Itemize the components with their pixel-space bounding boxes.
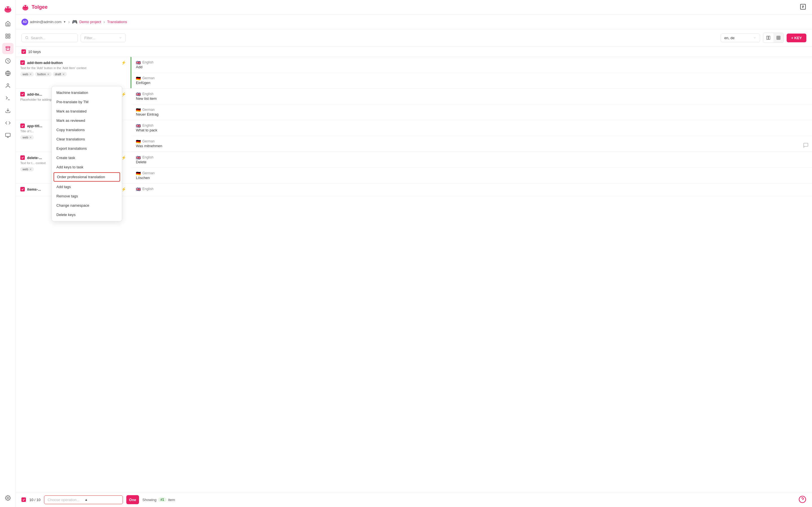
view-toggle-columns[interactable] (763, 33, 773, 43)
sidebar-item-code[interactable] (2, 117, 13, 128)
menu-item-remove-tags[interactable]: Remove tags (52, 191, 122, 201)
showing-text: Showing #1 item (142, 497, 175, 502)
tag-remove-draft[interactable]: ✕ (62, 73, 65, 76)
lang-name-de: German (142, 108, 155, 112)
row-checkbox[interactable] (20, 60, 25, 65)
svg-point-17 (7, 497, 8, 499)
key-right-panel: English What to pack German Was mitnehme… (131, 120, 812, 152)
translation-text-en: What to pack (136, 128, 157, 132)
key-left-panel: add-item-add-button ⚡ Text for the 'Add'… (16, 57, 131, 88)
showing-label: Showing (142, 498, 157, 502)
search-input[interactable] (31, 36, 74, 40)
tag-remove-button[interactable]: ✕ (47, 73, 49, 76)
search-box[interactable] (21, 34, 78, 42)
operation-select[interactable]: Choose operation... ▲ (44, 496, 123, 504)
add-key-button[interactable]: + KEY (787, 34, 806, 42)
key-right-panel: English Delete German Löschen (131, 152, 812, 183)
flag-en-icon (136, 60, 141, 65)
menu-item-mark-translated[interactable]: Mark as translated (52, 107, 122, 116)
svg-point-19 (23, 5, 27, 8)
breadcrumb-admin-label: admin@admin.com (30, 20, 61, 24)
lang-name-en: English (142, 123, 153, 127)
breadcrumb-current: Translations (107, 20, 127, 24)
tag-remove-web[interactable]: ✕ (29, 168, 32, 171)
menu-item-delete-keys[interactable]: Delete keys (52, 210, 122, 219)
translation-text-de: Neuer Eintrag (136, 112, 159, 116)
key-name: items-... (27, 187, 41, 191)
breadcrumb-admin[interactable]: AD admin@admin.com ▼ (21, 19, 66, 25)
menu-item-clear-translations[interactable]: Clear translations (52, 134, 122, 144)
key-description: Text for the 'Add' button in the 'Add It… (20, 66, 126, 70)
translation-german: German Was mitnehmen (131, 136, 812, 152)
menu-item-add-keys-task[interactable]: Add keys to task (52, 162, 122, 172)
table-row: add-ite... ⚡ Placeholder for adding a...… (16, 89, 812, 120)
key-tag-web: web ✕ (20, 135, 34, 139)
logo[interactable] (2, 3, 13, 15)
menu-item-create-task[interactable]: Create task (52, 153, 122, 162)
sidebar-item-users[interactable] (2, 80, 13, 91)
breadcrumb: AD admin@admin.com ▼ › 🎮 Demo project › … (21, 19, 127, 25)
page-button[interactable]: One (126, 495, 139, 504)
menu-item-export-translations[interactable]: Export translations (52, 144, 122, 153)
sidebar-item-tasks[interactable] (2, 55, 13, 66)
key-name: delete-... (27, 156, 42, 160)
project-emoji-icon: 🎮 (72, 19, 77, 24)
language-select[interactable]: en, de (721, 34, 760, 42)
sidebar (0, 0, 16, 507)
sidebar-item-dashboard[interactable] (2, 31, 13, 42)
view-toggle-table[interactable] (773, 33, 784, 43)
sidebar-item-integrations[interactable] (2, 93, 13, 104)
sidebar-item-translations[interactable] (2, 43, 13, 54)
key-tag-draft: draft ✕ (53, 72, 67, 76)
svg-rect-6 (8, 37, 10, 38)
sidebar-item-globe[interactable] (2, 68, 13, 79)
breadcrumb-project[interactable]: 🎮 Demo project (72, 19, 101, 24)
svg-point-21 (26, 5, 27, 6)
translation-german: German Neuer Eintrag (131, 104, 812, 120)
bottom-select-all-checkbox[interactable] (21, 497, 26, 502)
sidebar-item-home[interactable] (2, 18, 13, 29)
row-checkbox[interactable] (20, 187, 25, 191)
sidebar-item-import[interactable] (2, 105, 13, 116)
flag-de-icon (136, 139, 141, 144)
lang-name-de: German (142, 76, 155, 80)
menu-item-copy-translations[interactable]: Copy translations (52, 125, 122, 134)
tag-remove-web[interactable]: ✕ (29, 73, 32, 76)
translation-english: English Delete (131, 152, 812, 168)
svg-rect-5 (8, 34, 10, 36)
filter-dropdown[interactable]: Filter... (81, 34, 126, 42)
tag-remove-web[interactable]: ✕ (29, 136, 32, 139)
menu-item-add-tags[interactable]: Add tags (52, 182, 122, 191)
translation-english: English (131, 183, 812, 195)
help-button[interactable] (799, 496, 806, 504)
flag-en-icon (136, 92, 141, 97)
svg-rect-27 (777, 36, 780, 40)
translation-lang-info-de: German Einfügen (136, 76, 155, 85)
keys-count: 10 keys (28, 50, 41, 54)
row-checkbox[interactable] (20, 123, 25, 128)
row-checkbox[interactable] (20, 155, 25, 160)
key-name: add-ite... (27, 92, 42, 97)
notification-icon[interactable] (800, 3, 806, 11)
table-row: add-item-add-button ⚡ Text for the 'Add'… (16, 57, 812, 89)
operation-placeholder: Choose operation... (48, 498, 82, 502)
menu-item-machine-translation[interactable]: Machine translation (52, 88, 122, 97)
key-right-panel: English Add German Einfügen (131, 57, 812, 88)
sidebar-item-settings[interactable] (2, 492, 13, 504)
breadcrumb-sep-2: › (104, 19, 105, 24)
menu-item-order-professional-translation[interactable]: Order professional translation (54, 172, 120, 182)
row-checkbox[interactable] (20, 92, 25, 97)
table-row: items-... ⚡ English (16, 183, 812, 196)
lightning-icon[interactable]: ⚡ (121, 60, 126, 65)
breadcrumb-bar: AD admin@admin.com ▼ › 🎮 Demo project › … (16, 15, 812, 29)
sidebar-item-webhooks[interactable] (2, 130, 13, 141)
comment-icon[interactable] (803, 143, 809, 149)
menu-item-mark-reviewed[interactable]: Mark as reviewed (52, 116, 122, 125)
key-right-panel: English (131, 183, 812, 196)
lang-name-en: English (142, 155, 153, 159)
app-logo: Tolgee (21, 3, 48, 11)
select-all-checkbox[interactable] (21, 49, 26, 54)
menu-item-change-namespace[interactable]: Change namespace (52, 201, 122, 210)
menu-item-pretranslate-tm[interactable]: Pre-translate by TM (52, 97, 122, 107)
key-tags: web ✕ button ✕ draft ✕ (20, 72, 126, 76)
